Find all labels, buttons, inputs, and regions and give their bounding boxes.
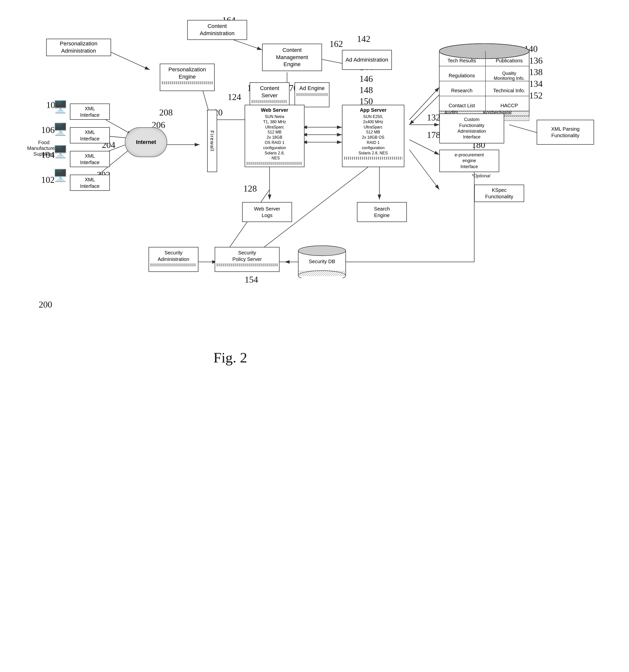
firewall-box: Firewall (207, 110, 217, 172)
security-admin-label: SecurityAdministration (158, 249, 189, 262)
svg-point-34 (439, 44, 529, 58)
figure-label: Fig. 2 (213, 349, 247, 366)
svg-point-52 (298, 246, 346, 256)
svg-text:Security DB: Security DB (309, 259, 335, 264)
svg-line-22 (409, 140, 439, 155)
xml-interface-3-label: XMLInterface (80, 153, 99, 166)
svg-text:Regulations: Regulations (448, 73, 475, 78)
ad-engine-box: Ad Engine (295, 82, 329, 107)
computer-1: 🖥️ (53, 100, 68, 114)
num-128: 128 (243, 183, 257, 194)
e-procurement-box: e-procurementengineInterface (439, 150, 499, 172)
xml-interface-1-box: XMLInterface (70, 103, 110, 120)
num-124: 124 (228, 92, 241, 102)
custom-func-label: CustomFunctionalityAdministrationInterfa… (458, 117, 486, 140)
web-server-box: Web Server SUN NetraT1, 380 MHzUltraSpar… (244, 105, 304, 167)
custom-func-box: CustomFunctionalityAdministrationInterfa… (439, 114, 504, 143)
xml-interface-2-box: XMLInterface (70, 127, 110, 143)
num-146: 146 (359, 74, 373, 84)
xml-interface-4-label: XMLInterface (80, 176, 99, 189)
internet-label: Internet (136, 139, 156, 145)
search-engine-box: SearchEngine (357, 202, 407, 222)
svg-line-23 (409, 150, 439, 190)
security-admin-box: SecurityAdministration (148, 247, 199, 272)
num-200: 200 (39, 299, 52, 310)
xml-interface-3-box: XMLInterface (70, 151, 110, 167)
num-208: 208 (159, 107, 173, 118)
content-admin-box: ContentAdministration (187, 20, 247, 40)
svg-text:Tech Results: Tech Results (447, 58, 476, 63)
xml-interface-2-label: XMLInterface (80, 129, 99, 142)
personalization-admin-box: PersonalizationAdministration (46, 39, 111, 56)
optional-label: *Optional (472, 173, 490, 178)
security-db-cylinder: Security DB (297, 243, 347, 278)
computer-2: 🖥️ (53, 122, 68, 136)
num-142: 142 (357, 34, 370, 44)
num-154: 154 (244, 274, 258, 285)
ad-admin-label: Ad Administration (346, 56, 388, 64)
app-server-box: App Server SUN E250,2x400 MHzUltraSparc5… (342, 105, 404, 167)
web-server-label: Web Server (261, 107, 288, 113)
xml-interface-1-label: XMLInterface (80, 105, 99, 118)
internet-cloud: Internet (125, 127, 167, 157)
svg-text:Research: Research (451, 88, 472, 93)
svg-text:Quality: Quality (502, 71, 516, 76)
num-178: 178 (427, 130, 440, 140)
firewall-label: Firewall (209, 130, 215, 152)
web-server-logs-box: Web ServerLogs (242, 202, 292, 222)
computer-4: 🖥️ (53, 168, 68, 182)
computer-3: 🖥️ (53, 145, 68, 159)
web-server-logs-label: Web ServerLogs (254, 206, 280, 218)
diagram-container: 164 162 172 144 146 148 150 140 136 138 … (0, 0, 629, 672)
svg-text:Contact List: Contact List (448, 103, 475, 108)
xml-parsing-label: XML ParsingFunctionality (551, 126, 580, 139)
xml-interface-4-box: XMLInterface (70, 175, 110, 191)
svg-line-26 (225, 190, 270, 255)
svg-text:HACCP: HACCP (500, 103, 518, 108)
content-server-box: ContentServer (250, 82, 289, 107)
personalization-engine-box: PersonalizationEngine (160, 64, 215, 91)
ad-engine-label: Ad Engine (299, 85, 325, 92)
num-148: 148 (359, 85, 373, 95)
svg-rect-55 (298, 271, 346, 276)
personalization-admin-label: PersonalizationAdministration (60, 40, 97, 54)
content-mgmt-label: ContentManagementEngine (276, 47, 308, 68)
security-policy-label: SecurityPolicy Server (232, 249, 262, 262)
content-server-label: ContentServer (260, 85, 279, 99)
xml-parsing-box: XML ParsingFunctionality (537, 120, 594, 145)
database-cylinder: Tech Results Publications Regulations Qu… (437, 41, 532, 121)
svg-text:Publications: Publications (496, 58, 523, 63)
ad-admin-box: Ad Administration (342, 50, 392, 70)
content-admin-label: ContentAdministration (200, 23, 234, 37)
app-server-label: App Server (360, 107, 387, 113)
num-162: 162 (329, 39, 343, 49)
search-engine-label: SearchEngine (374, 206, 390, 218)
num-102: 102 (41, 175, 55, 185)
num-106: 106 (41, 125, 55, 135)
app-server-specs: SUN E250,2x400 MHzUltraSparc512 MB2x 18G… (358, 114, 388, 155)
svg-text:Monitoring Info.: Monitoring Info. (494, 76, 525, 81)
svg-text:Technical Info.: Technical Info. (493, 88, 525, 93)
kspec-box: KSpecFunctionality (474, 185, 524, 202)
e-procurement-label: e-procurementengineInterface (455, 152, 484, 170)
content-mgmt-box: ContentManagementEngine (262, 44, 322, 71)
web-server-specs: SUN NetraT1, 380 MHzUltraSparc512 MB2x 1… (263, 114, 286, 161)
personalization-engine-label: PersonalizationEngine (168, 66, 206, 80)
security-policy-box: SecurityPolicy Server (215, 247, 280, 272)
kspec-label: KSpecFunctionality (485, 187, 513, 200)
